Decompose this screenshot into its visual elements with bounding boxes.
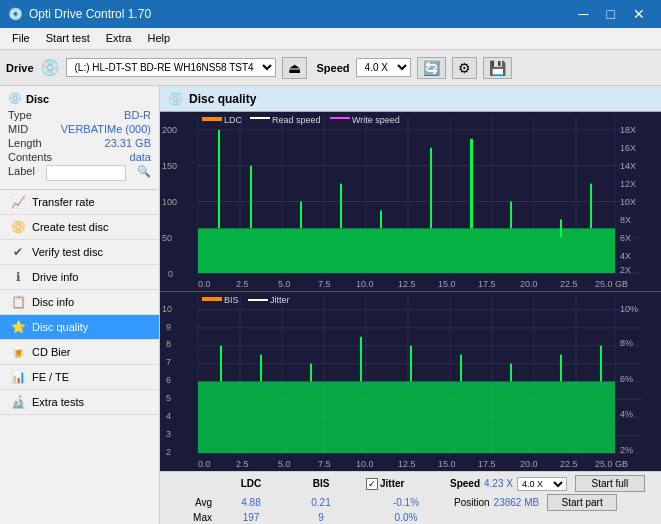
start-full-button[interactable]: Start full: [575, 475, 645, 492]
menubar: File Start test Extra Help: [0, 28, 661, 50]
svg-text:0.0: 0.0: [198, 279, 211, 289]
svg-text:7: 7: [166, 357, 171, 367]
svg-text:10.0: 10.0: [356, 279, 374, 289]
svg-text:0: 0: [168, 269, 173, 279]
app-title: Opti Drive Control 1.70: [29, 7, 151, 21]
nav-item-fe-te[interactable]: 📊 FE / TE: [0, 365, 159, 390]
max-ldc: 197: [216, 512, 286, 523]
save-button[interactable]: 💾: [483, 57, 512, 79]
svg-rect-26: [560, 219, 562, 237]
maximize-button[interactable]: □: [599, 5, 623, 23]
svg-rect-84: [360, 337, 362, 382]
svg-text:2X: 2X: [620, 265, 631, 275]
disc-info-icon: 📋: [10, 295, 26, 309]
svg-text:6: 6: [166, 375, 171, 385]
nav-item-disc-info[interactable]: 📋 Disc info: [0, 290, 159, 315]
svg-text:0.0: 0.0: [198, 459, 211, 469]
settings-button[interactable]: ⚙: [452, 57, 477, 79]
svg-text:14X: 14X: [620, 161, 636, 171]
svg-text:Jitter: Jitter: [270, 295, 290, 305]
type-label: Type: [8, 109, 32, 121]
nav-item-disc-quality[interactable]: ⭐ Disc quality: [0, 315, 159, 340]
svg-text:LDC: LDC: [224, 115, 243, 125]
avg-jitter: -0.1%: [366, 497, 446, 508]
disc-quality-header: 💿 Disc quality: [160, 86, 661, 112]
nav-item-verify-test-disc[interactable]: ✔ Verify test disc: [0, 240, 159, 265]
drive-select[interactable]: (L:) HL-DT-ST BD-RE WH16NS58 TST4: [66, 58, 276, 77]
svg-rect-117: [248, 299, 268, 301]
start-part-button[interactable]: Start part: [547, 494, 617, 511]
app-icon: 💿: [8, 7, 23, 21]
svg-rect-25: [510, 202, 512, 229]
svg-text:Write speed: Write speed: [352, 115, 400, 125]
svg-text:6X: 6X: [620, 233, 631, 243]
close-button[interactable]: ✕: [625, 5, 653, 23]
verify-test-disc-icon: ✔: [10, 245, 26, 259]
speed-select[interactable]: 4.0 X 2.0 X 1.0 X: [356, 58, 411, 77]
menu-file[interactable]: File: [4, 30, 38, 47]
nav-label-fe-te: FE / TE: [32, 371, 69, 383]
svg-text:17.5: 17.5: [478, 459, 496, 469]
svg-text:Read speed: Read speed: [272, 115, 321, 125]
type-value: BD-R: [124, 109, 151, 121]
svg-rect-80: [198, 382, 615, 454]
svg-text:12.5: 12.5: [398, 459, 416, 469]
chart1-ldc: 200 150 100 50 0 18X 16X 14X 12X 10X 8X …: [160, 112, 661, 292]
svg-rect-85: [410, 346, 412, 382]
menu-help[interactable]: Help: [139, 30, 178, 47]
svg-text:16X: 16X: [620, 143, 636, 153]
disc-quality-title: Disc quality: [189, 92, 256, 106]
eject-button[interactable]: ⏏: [282, 57, 307, 79]
refresh-button[interactable]: 🔄: [417, 57, 446, 79]
nav-label-cd-bier: CD Bier: [32, 346, 71, 358]
disc-length-row: Length 23.31 GB: [8, 137, 151, 149]
create-test-disc-icon: 📀: [10, 220, 26, 234]
svg-rect-27: [590, 184, 592, 229]
svg-text:4X: 4X: [620, 251, 631, 261]
drive-label: Drive: [6, 62, 34, 74]
menu-extra[interactable]: Extra: [98, 30, 140, 47]
nav-item-create-test-disc[interactable]: 📀 Create test disc: [0, 215, 159, 240]
avg-bis: 0.21: [286, 497, 356, 508]
jitter-label: Jitter: [380, 478, 404, 489]
disc-cd-icon: 💿: [8, 92, 22, 105]
jitter-check-area: ✓ Jitter: [366, 478, 446, 490]
nav-item-drive-info[interactable]: ℹ Drive info: [0, 265, 159, 290]
svg-rect-57: [330, 117, 350, 119]
nav-label-disc-quality: Disc quality: [32, 321, 88, 333]
svg-text:10X: 10X: [620, 197, 636, 207]
svg-text:100: 100: [162, 197, 177, 207]
disc-quality-icon: ⭐: [10, 320, 26, 334]
svg-text:22.5: 22.5: [560, 279, 578, 289]
jitter-checkbox[interactable]: ✓: [366, 478, 378, 490]
label-search-icon[interactable]: 🔍: [137, 165, 151, 181]
length-value: 23.31 GB: [105, 137, 151, 149]
nav-item-transfer-rate[interactable]: 📈 Transfer rate: [0, 190, 159, 215]
nav-item-cd-bier[interactable]: 🍺 CD Bier: [0, 340, 159, 365]
menu-start-test[interactable]: Start test: [38, 30, 98, 47]
svg-text:4: 4: [166, 411, 171, 421]
nav-item-extra-tests[interactable]: 🔬 Extra tests: [0, 390, 159, 415]
svg-text:20.0: 20.0: [520, 459, 538, 469]
max-label: Max: [166, 512, 216, 523]
content-area: 💿 Disc quality: [160, 86, 661, 524]
disc-mid-row: MID VERBATIMe (000): [8, 123, 151, 135]
svg-rect-87: [510, 364, 512, 382]
minimize-button[interactable]: ─: [571, 5, 597, 23]
contents-value: data: [130, 151, 151, 163]
drivebar: Drive 💿 (L:) HL-DT-ST BD-RE WH16NS58 TST…: [0, 50, 661, 86]
label-label: Label: [8, 165, 35, 181]
speed-select-stats[interactable]: 4.0 X: [517, 477, 567, 491]
svg-rect-82: [260, 355, 262, 382]
mid-value: VERBATIMe (000): [61, 123, 151, 135]
svg-text:7.5: 7.5: [318, 459, 331, 469]
max-row: Max 197 9 0.0%: [166, 512, 655, 523]
svg-text:20.0: 20.0: [520, 279, 538, 289]
svg-rect-55: [250, 117, 270, 119]
svg-text:5.0: 5.0: [278, 459, 291, 469]
label-input[interactable]: [46, 165, 126, 181]
transfer-rate-icon: 📈: [10, 195, 26, 209]
svg-text:5.0: 5.0: [278, 279, 291, 289]
svg-text:9: 9: [166, 322, 171, 332]
svg-text:17.5: 17.5: [478, 279, 496, 289]
